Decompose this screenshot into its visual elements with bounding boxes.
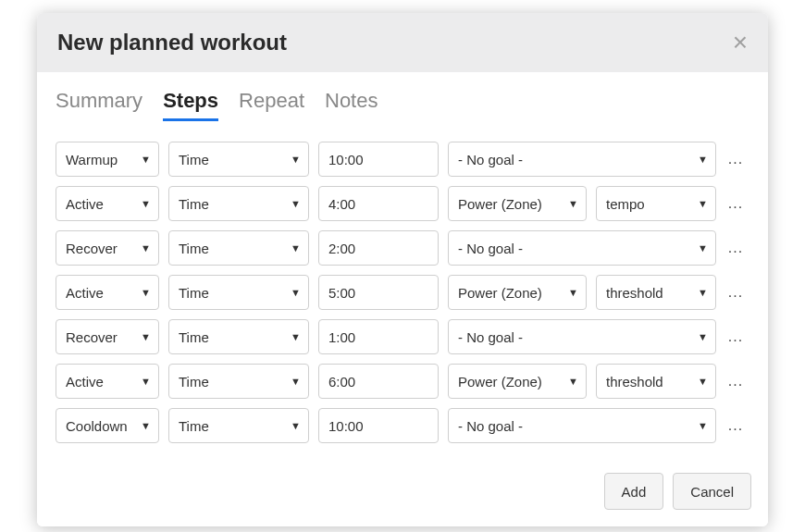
step-value-input[interactable]: 2:00 [318, 230, 439, 266]
step-value-label: 6:00 [328, 374, 355, 390]
chevron-down-icon: ▼ [698, 376, 708, 387]
cancel-button[interactable]: Cancel [673, 473, 751, 510]
step-type-label: Warmup [66, 152, 118, 167]
chevron-down-icon: ▼ [141, 376, 151, 387]
steps-list: Warmup ▼ Time ▼ 10:00 - No goal - ▼ ... [56, 142, 749, 443]
step-value-label: 10:00 [328, 418, 364, 434]
step-more-icon[interactable]: ... [725, 328, 746, 345]
step-goal-label: - No goal - [458, 241, 523, 256]
step-goal-label: - No goal - [458, 152, 523, 167]
chevron-down-icon: ▼ [698, 198, 708, 209]
step-row: Cooldown ▼ Time ▼ 10:00 - No goal - ▼ ..… [56, 408, 749, 443]
step-type-select[interactable]: Warmup ▼ [56, 142, 159, 177]
step-type-label: Active [66, 285, 104, 301]
tab-repeat[interactable]: Repeat [239, 89, 304, 121]
step-value-input[interactable]: 5:00 [318, 275, 439, 310]
step-value-label: 1:00 [328, 329, 355, 345]
step-type-label: Recover [66, 329, 118, 345]
step-measure-select[interactable]: Time ▼ [168, 230, 309, 266]
step-type-select[interactable]: Active ▼ [56, 186, 159, 221]
dialog-title: New planned workout [57, 30, 287, 56]
step-goal-select[interactable]: - No goal - ▼ [448, 319, 716, 354]
step-type-label: Active [66, 374, 104, 390]
chevron-down-icon: ▼ [141, 331, 151, 342]
step-more-icon[interactable]: ... [725, 284, 746, 301]
dialog-header: New planned workout × [37, 13, 768, 72]
step-zone-label: threshold [606, 374, 663, 390]
step-more-icon[interactable]: ... [725, 195, 746, 212]
step-type-select[interactable]: Active ▼ [56, 275, 159, 310]
step-type-select[interactable]: Active ▼ [56, 364, 159, 399]
chevron-down-icon: ▼ [291, 242, 301, 254]
step-measure-select[interactable]: Time ▼ [168, 319, 309, 354]
step-measure-select[interactable]: Time ▼ [168, 275, 309, 310]
step-value-input[interactable]: 1:00 [318, 319, 439, 354]
step-type-label: Cooldown [66, 418, 128, 434]
step-goal-label: Power (Zone) [458, 374, 542, 390]
step-measure-select[interactable]: Time ▼ [168, 186, 309, 221]
step-more-icon[interactable]: ... [725, 240, 746, 256]
step-measure-label: Time [179, 285, 209, 301]
step-more-icon[interactable]: ... [725, 373, 746, 390]
step-type-label: Active [66, 196, 104, 212]
step-value-input[interactable]: 10:00 [318, 142, 439, 177]
chevron-down-icon: ▼ [291, 420, 301, 431]
chevron-down-icon: ▼ [291, 287, 301, 298]
chevron-down-icon: ▼ [291, 154, 301, 165]
step-zone-label: tempo [606, 196, 645, 212]
tabs: Summary Steps Repeat Notes [56, 89, 749, 121]
step-more-icon[interactable]: ... [725, 151, 746, 167]
step-value-input[interactable]: 4:00 [318, 186, 439, 221]
tab-steps[interactable]: Steps [163, 89, 218, 121]
step-goal-select[interactable]: - No goal - ▼ [448, 142, 716, 177]
dialog-body: Summary Steps Repeat Notes Warmup ▼ Time… [37, 72, 768, 460]
close-icon[interactable]: × [733, 30, 748, 56]
step-measure-label: Time [179, 418, 209, 434]
chevron-down-icon: ▼ [141, 242, 151, 254]
chevron-down-icon: ▼ [568, 287, 578, 298]
step-zone-select[interactable]: tempo ▼ [596, 186, 716, 221]
chevron-down-icon: ▼ [568, 376, 578, 387]
step-goal-select[interactable]: - No goal - ▼ [448, 230, 716, 266]
step-zone-select[interactable]: threshold ▼ [596, 275, 716, 310]
step-zone-label: threshold [606, 285, 663, 301]
step-value-input[interactable]: 10:00 [318, 408, 439, 443]
chevron-down-icon: ▼ [568, 198, 578, 209]
step-measure-select[interactable]: Time ▼ [168, 408, 309, 443]
step-goal-select[interactable]: - No goal - ▼ [448, 408, 716, 443]
step-type-select[interactable]: Cooldown ▼ [56, 408, 159, 443]
step-goal-select[interactable]: Power (Zone) ▼ [448, 275, 587, 310]
tab-summary[interactable]: Summary [56, 89, 142, 121]
step-value-label: 4:00 [328, 196, 355, 212]
step-row: Recover ▼ Time ▼ 2:00 - No goal - ▼ ... [56, 230, 749, 266]
step-goal-select[interactable]: Power (Zone) ▼ [448, 364, 587, 399]
chevron-down-icon: ▼ [141, 198, 151, 209]
chevron-down-icon: ▼ [698, 420, 708, 431]
dialog-footer: Add Cancel [37, 460, 768, 526]
step-goal-label: Power (Zone) [458, 285, 542, 301]
add-button[interactable]: Add [604, 473, 664, 510]
step-row: Warmup ▼ Time ▼ 10:00 - No goal - ▼ ... [56, 142, 749, 177]
step-zone-select[interactable]: threshold ▼ [596, 364, 716, 399]
chevron-down-icon: ▼ [698, 287, 708, 298]
step-value-input[interactable]: 6:00 [318, 364, 439, 399]
step-measure-select[interactable]: Time ▼ [168, 142, 309, 177]
tab-notes[interactable]: Notes [325, 89, 378, 121]
step-goal-select[interactable]: Power (Zone) ▼ [448, 186, 587, 221]
step-type-label: Recover [66, 241, 118, 256]
chevron-down-icon: ▼ [291, 376, 301, 387]
chevron-down-icon: ▼ [698, 154, 708, 165]
chevron-down-icon: ▼ [291, 198, 301, 209]
step-measure-label: Time [179, 329, 209, 345]
step-goal-label: Power (Zone) [458, 196, 542, 212]
step-value-label: 5:00 [328, 285, 355, 301]
step-measure-select[interactable]: Time ▼ [168, 364, 309, 399]
step-value-label: 10:00 [328, 152, 364, 167]
chevron-down-icon: ▼ [141, 287, 151, 298]
step-more-icon[interactable]: ... [725, 417, 746, 434]
step-row: Active ▼ Time ▼ 4:00 Power (Zone) ▼ temp… [56, 186, 749, 221]
step-type-select[interactable]: Recover ▼ [56, 230, 159, 266]
chevron-down-icon: ▼ [698, 331, 708, 342]
step-type-select[interactable]: Recover ▼ [56, 319, 159, 354]
chevron-down-icon: ▼ [291, 331, 301, 342]
